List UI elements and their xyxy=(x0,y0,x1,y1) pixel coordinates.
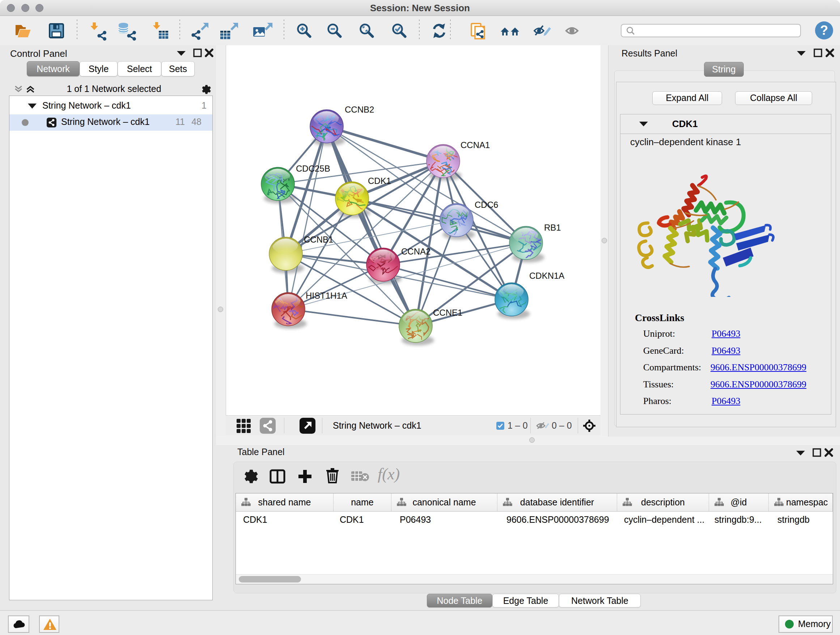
svg-text:HIST1H1A: HIST1H1A xyxy=(306,291,347,301)
svg-text:CCNA1: CCNA1 xyxy=(461,140,490,150)
svg-text:CDC6: CDC6 xyxy=(475,200,498,210)
svg-text:CDC25B: CDC25B xyxy=(296,164,330,173)
svg-text:CDK1: CDK1 xyxy=(368,176,391,186)
svg-text:CCNA2: CCNA2 xyxy=(401,247,431,256)
svg-text:CDKN1A: CDKN1A xyxy=(529,271,564,280)
svg-text:RB1: RB1 xyxy=(544,223,561,233)
svg-text:?: ? xyxy=(820,23,828,38)
svg-text:CCNB2: CCNB2 xyxy=(345,105,374,114)
svg-text:CCNB1: CCNB1 xyxy=(304,234,333,244)
svg-text:CCNE1: CCNE1 xyxy=(433,308,462,318)
